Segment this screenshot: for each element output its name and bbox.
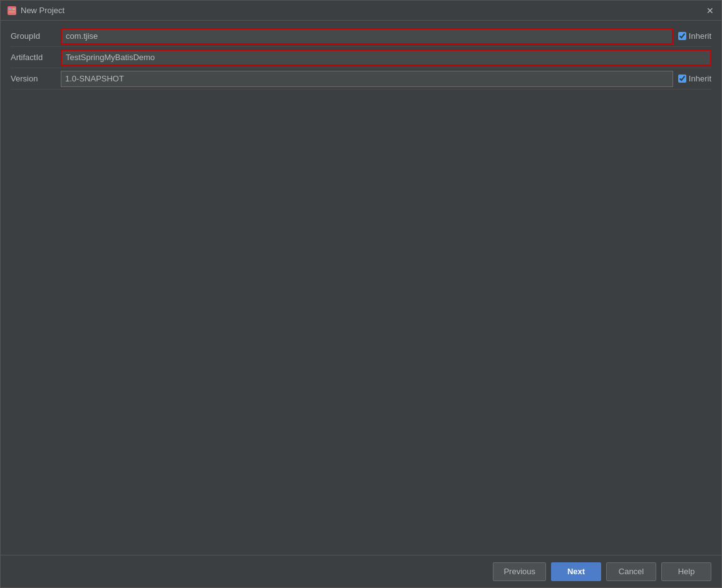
version-label: Version: [11, 74, 61, 83]
cancel-button[interactable]: Cancel: [606, 562, 656, 581]
dialog-title: New Project: [21, 6, 64, 15]
groupid-input[interactable]: [61, 28, 673, 44]
artifactid-row: ArtifactId: [11, 47, 711, 68]
groupid-label: GroupId: [11, 31, 61, 41]
svg-rect-0: [8, 6, 16, 15]
svg-rect-2: [13, 8, 15, 10]
svg-rect-3: [9, 11, 15, 13]
groupid-row: GroupId Inherit: [11, 26, 711, 47]
title-bar: New Project ✕: [1, 1, 721, 21]
project-icon: [7, 6, 17, 16]
artifactid-input[interactable]: [61, 49, 711, 66]
new-project-dialog: New Project ✕ GroupId Inherit ArtifactId: [0, 0, 722, 588]
groupid-inherit-checkbox[interactable]: [678, 32, 686, 40]
title-bar-left: New Project: [7, 6, 64, 16]
version-inherit-label: Inherit: [678, 74, 711, 83]
groupid-input-wrapper: Inherit: [61, 28, 711, 44]
version-input-wrapper: Inherit: [61, 71, 711, 87]
version-input[interactable]: [61, 71, 673, 87]
bottom-bar: Previous Next Cancel Help: [1, 555, 721, 587]
main-empty-area: [1, 293, 721, 555]
artifactid-label: ArtifactId: [11, 53, 61, 62]
groupid-inherit-label: Inherit: [678, 31, 711, 41]
svg-rect-1: [9, 8, 11, 10]
previous-button[interactable]: Previous: [493, 562, 546, 581]
artifactid-input-wrapper: [61, 49, 711, 66]
version-row: Version Inherit: [11, 68, 711, 90]
close-button[interactable]: ✕: [705, 6, 715, 16]
version-inherit-checkbox[interactable]: [678, 75, 686, 83]
help-button[interactable]: Help: [661, 562, 711, 581]
next-button[interactable]: Next: [551, 562, 601, 581]
form-content: GroupId Inherit ArtifactId Version: [1, 21, 721, 293]
